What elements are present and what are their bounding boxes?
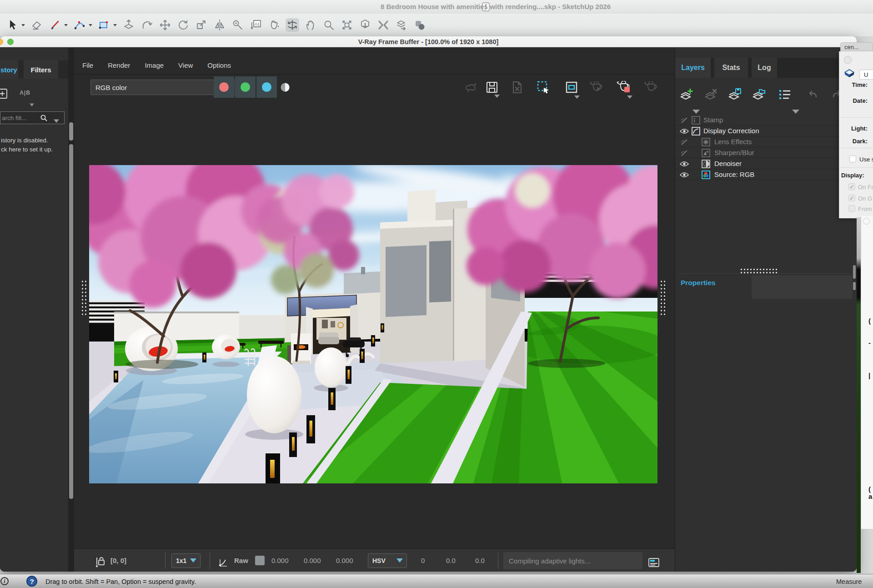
vfb-titlebar[interactable]: V-Ray Frame Buffer - [100.0% of 1920 x 1… [0,36,857,47]
load-layers-icon[interactable] [751,87,767,102]
scale-tool-icon[interactable] [195,18,208,32]
layer-row-sharpen-blur[interactable]: Sharpen/Blur [675,148,857,158]
red-channel-button[interactable] [214,76,234,98]
save-image-icon[interactable] [484,80,500,95]
line-tool-icon[interactable] [48,18,62,32]
search-filter-caret[interactable] [53,117,60,125]
rectangle-tool-icon[interactable] [97,18,111,32]
info-icon[interactable]: i [0,577,9,585]
scrollbar-thumb[interactable] [853,282,856,290]
image-drag-handle-left[interactable] [81,280,87,317]
layer-row-denoiser[interactable]: Denoiser [675,159,857,169]
text-tool-icon[interactable]: A1 [249,18,263,32]
raw-checkbox[interactable] [255,556,265,565]
line-caret[interactable] [64,23,68,27]
visibility-off-icon[interactable] [680,139,690,146]
visibility-on-icon[interactable] [680,161,690,167]
tab-history[interactable]: story [0,60,18,79]
render-image[interactable] [89,165,657,483]
panel-drag-handle[interactable] [740,268,779,275]
on-ground-checkbox[interactable]: ✓ [848,195,855,201]
shadows-tab[interactable]: cen... [840,42,873,52]
from-edges-checkbox[interactable] [848,205,855,212]
pan-tool-icon[interactable] [304,18,317,32]
share-layers-icon[interactable] [395,18,408,32]
render-last-icon[interactable] [589,80,604,95]
radio-button[interactable] [844,56,852,64]
column-sort-caret[interactable] [692,110,700,114]
ab-compare-icon[interactable]: A|B [17,87,33,99]
shadows-toggle-button[interactable]: U [859,70,873,80]
flip-tool-icon[interactable] [213,18,226,32]
eraser-tool-icon[interactable] [30,18,44,32]
green-channel-button[interactable] [235,76,256,98]
stop-render-icon[interactable] [616,80,632,95]
followme-tool-icon[interactable] [140,18,154,32]
stop-options-caret[interactable] [627,95,632,99]
scrollbar-thumb[interactable] [69,144,73,499]
visibility-off-icon[interactable] [680,150,690,156]
layer-list-icon[interactable] [777,87,793,102]
denoise-refresh-icon[interactable] [464,80,479,95]
select-caret[interactable] [21,23,25,27]
visibility-on-icon[interactable] [680,171,690,178]
undo-icon[interactable] [805,87,821,102]
visibility-on-icon[interactable] [680,128,690,135]
image-drag-handle-right[interactable] [660,280,666,317]
scrollbar-thumb[interactable] [853,265,856,279]
minimize-button[interactable] [0,39,3,45]
region-options-caret[interactable] [574,95,580,99]
layer-row-source-rgb[interactable]: Source: RGB [675,170,857,180]
column-sort-caret[interactable] [792,110,799,114]
log-panel-icon[interactable] [646,555,662,570]
help-icon[interactable]: ? [26,576,37,587]
render-icon[interactable] [643,80,659,95]
scrollbar-thumb[interactable] [69,122,73,141]
save-layers-icon[interactable] [727,87,743,102]
save-options-caret[interactable] [494,95,500,98]
radio-button[interactable] [863,218,870,225]
delete-layer-icon[interactable] [703,87,719,102]
arc-caret[interactable] [88,23,93,27]
visibility-off-icon[interactable] [680,117,690,124]
tape-measure-tool-icon[interactable] [231,18,245,32]
maximize-button[interactable] [7,39,14,45]
rotate-tool-icon[interactable] [176,18,190,32]
overlap-shapes-icon[interactable] [413,18,426,32]
tab-stats[interactable]: Stats [714,58,748,78]
region-render-icon[interactable] [564,80,579,95]
pushpull-tool-icon[interactable] [122,18,135,32]
alpha-channel-icon[interactable] [280,82,291,95]
properties-field[interactable] [752,275,853,299]
zoom-dropdown[interactable]: 1x1 [171,553,201,568]
add-history-icon[interactable] [0,88,8,101]
color-mode-dropdown[interactable]: HSV [368,553,407,568]
orbit-tool-icon[interactable] [286,18,299,32]
arc-tool-icon[interactable] [73,18,86,32]
menu-file[interactable]: File [82,61,93,69]
exchange-icon[interactable] [376,18,390,32]
tab-filters[interactable]: Filters [24,60,58,79]
layer-row-lens-effects[interactable]: Lens Effects [675,137,857,147]
pixel-probe-lock-icon[interactable] [92,554,108,570]
ab-compare-caret[interactable] [29,101,35,109]
menu-view[interactable]: View [178,61,193,69]
color-curve-icon[interactable] [216,555,231,570]
paint-bucket-tool-icon[interactable] [267,18,281,32]
menu-image[interactable]: Image [145,61,164,69]
region-select-icon[interactable] [536,80,551,95]
menu-render[interactable]: Render [108,61,130,69]
history-disabled-line2[interactable]: ck here to set it up. [1,146,53,153]
history-disabled-line1[interactable]: istory is disabled. [1,137,48,144]
get-models-icon[interactable] [358,18,372,32]
layer-row-stamp[interactable]: Stamp [675,115,857,126]
menu-options[interactable]: Options [207,61,231,69]
select-tool-icon[interactable] [5,18,19,32]
clear-image-icon[interactable] [509,80,525,95]
on-faces-checkbox[interactable]: ✓ [848,183,855,190]
zoom-extents-tool-icon[interactable] [340,18,354,32]
add-layer-icon[interactable] [679,87,694,102]
move-tool-icon[interactable] [158,18,172,32]
zoom-tool-icon[interactable] [322,18,336,32]
use-sun-checkbox[interactable] [849,156,856,162]
